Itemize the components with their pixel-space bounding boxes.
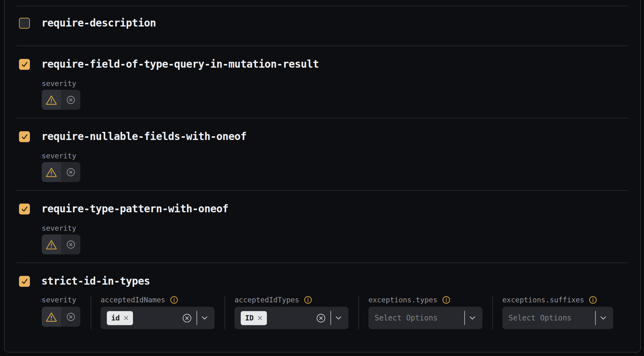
option-label: acceptedIdNames [101, 296, 165, 304]
severity-label: severity [42, 224, 628, 233]
rule-checkbox[interactable] [19, 276, 30, 287]
option-column-exceptions-suffixes: exceptions.suffixes Select Options [492, 296, 623, 329]
rule-options: severity acceptedIdNames [42, 296, 628, 329]
warning-icon [46, 312, 57, 322]
option-label: exceptions.types [368, 296, 438, 304]
rule-row: require-field-of-type-query-in-mutation-… [17, 46, 628, 118]
option-column-exceptions-types: exceptions.types Select Options [358, 296, 492, 329]
severity-off-button[interactable] [61, 234, 80, 254]
divider [197, 311, 197, 325]
rule-checkbox[interactable] [19, 131, 30, 142]
rule-name: require-description [41, 17, 156, 29]
check-icon [21, 60, 29, 68]
multiselect[interactable]: Select Options [502, 307, 613, 329]
rule-checkbox[interactable] [19, 59, 30, 70]
multiselect[interactable]: id [101, 307, 215, 329]
severity-label: severity [42, 79, 628, 88]
info-icon[interactable] [589, 296, 597, 304]
option-column-severity: severity [42, 296, 91, 327]
chip-remove-icon[interactable] [124, 315, 129, 320]
warning-icon [46, 239, 57, 250]
severity-off-button[interactable] [61, 90, 80, 110]
divider [330, 311, 331, 325]
rule-checkbox[interactable] [19, 18, 30, 29]
rule-name: require-type-pattern-with-oneof [41, 203, 228, 214]
severity-control [42, 162, 80, 182]
multiselect-placeholder: Select Options [509, 314, 571, 322]
severity-label: severity [42, 296, 80, 304]
chip: ID [241, 311, 267, 325]
divider [464, 311, 465, 325]
chevron-down-icon[interactable] [469, 316, 476, 320]
rule-name: strict-id-in-types [41, 276, 150, 287]
spacer [17, 0, 628, 6]
chip-label: id [111, 314, 120, 322]
severity-control [42, 234, 80, 254]
circle-x-icon [66, 167, 76, 177]
warning-icon [46, 95, 57, 105]
circle-x-icon [66, 312, 76, 322]
chevron-down-icon[interactable] [335, 316, 342, 320]
rule-name: require-nullable-fields-with-oneof [41, 131, 247, 142]
rule-checkbox[interactable] [19, 204, 30, 214]
severity-warn-button[interactable] [42, 307, 61, 327]
chip-remove-icon[interactable] [258, 315, 263, 320]
chip-label: ID [245, 314, 254, 322]
severity-warn-button[interactable] [42, 162, 61, 182]
option-label: acceptedIdTypes [234, 296, 299, 304]
rules-card: require-description require-field-of-typ… [4, 0, 641, 353]
rule-row: require-nullable-fields-with-oneof sever… [17, 118, 628, 190]
severity-label: severity [42, 152, 628, 160]
severity-off-button[interactable] [61, 307, 80, 327]
multiselect[interactable]: ID [234, 307, 348, 329]
severity-warn-button[interactable] [42, 234, 61, 254]
severity-control [42, 307, 80, 327]
info-icon[interactable] [442, 296, 451, 304]
clear-icon[interactable] [316, 313, 326, 323]
warning-icon [46, 167, 57, 177]
rule-row: strict-id-in-types severity [17, 262, 628, 352]
check-icon [21, 277, 29, 285]
chevron-down-icon[interactable] [600, 316, 606, 320]
check-icon [21, 205, 29, 213]
option-column-acceptedIdTypes: acceptedIdTypes ID [225, 296, 358, 329]
severity-off-button[interactable] [61, 162, 80, 182]
severity-warn-button[interactable] [42, 90, 61, 110]
rule-row: require-description [17, 6, 628, 46]
multiselect[interactable]: Select Options [368, 307, 482, 329]
chevron-down-icon[interactable] [201, 316, 208, 320]
check-icon [21, 132, 29, 141]
rule-name: require-field-of-type-query-in-mutation-… [41, 59, 319, 70]
multiselect-placeholder: Select Options [375, 314, 438, 322]
severity-control [42, 90, 80, 110]
divider [595, 311, 596, 325]
info-icon[interactable] [304, 296, 312, 304]
circle-x-icon [66, 95, 76, 105]
chip: id [107, 311, 133, 325]
rule-row: require-type-pattern-with-oneof severity [17, 190, 628, 262]
option-column-acceptedIdNames: acceptedIdNames id [91, 296, 225, 329]
circle-x-icon [66, 240, 76, 249]
info-icon[interactable] [170, 296, 178, 304]
rules-panel-page: require-description require-field-of-typ… [0, 0, 644, 356]
option-label: exceptions.suffixes [502, 296, 584, 304]
clear-icon[interactable] [182, 313, 192, 323]
